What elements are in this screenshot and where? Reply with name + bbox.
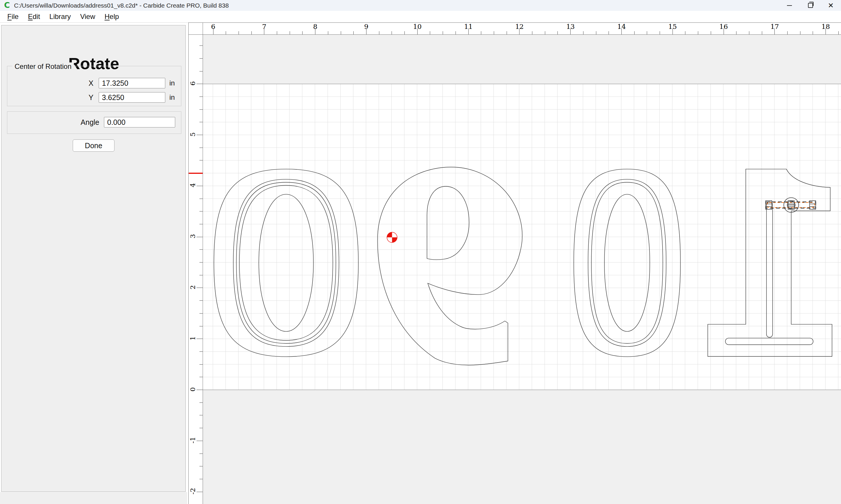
v-ruler-tick [196,492,203,492]
minimize-icon [787,5,792,6]
minimize-button[interactable] [780,0,799,11]
v-ruler-tick [200,428,203,428]
menu-bar: FileEditLibraryViewHelp [0,11,841,23]
h-ruler-tick [583,31,583,35]
h-ruler-label: 8 [310,23,321,30]
menu-item-edit[interactable]: Edit [23,11,45,22]
v-ruler-tick [200,96,203,97]
h-ruler-label: 12 [514,23,525,30]
vertical-ruler: 6543210-1-2 [189,35,203,504]
h-ruler-tick [239,31,239,35]
design-canvas-area: 6789101112131415161718 6543210-1-2 [188,22,841,504]
h-ruler-tick [596,31,596,35]
menu-item-view[interactable]: View [75,11,100,22]
h-ruler-tick [353,31,354,35]
v-ruler-tick [200,211,203,212]
v-ruler-tick [196,237,203,237]
design-canvas[interactable] [203,35,841,504]
v-ruler-label: 1 [189,332,196,344]
restore-button[interactable] [801,0,820,11]
v-ruler-tick [200,249,203,250]
x-label: X [7,79,93,88]
window-title: C:/Users/willa/Downloads/address01_v8.c2… [14,2,229,9]
done-button[interactable]: Done [73,140,115,152]
h-ruler-tick [507,31,507,35]
v-ruler-tick [200,275,203,275]
h-ruler-label: 10 [411,23,423,30]
v-ruler-tick [200,199,203,199]
horizontal-ruler: 6789101112131415161718 [203,23,841,35]
v-ruler-tick [200,453,203,454]
h-ruler-tick [608,31,609,35]
h-ruler-tick [685,31,685,35]
h-ruler-tick [392,31,392,35]
v-ruler-label: 0 [189,383,196,395]
h-ruler-tick [456,31,456,35]
v-ruler-tick [200,122,203,122]
h-ruler-tick [647,31,647,35]
h-ruler-label: 13 [565,23,577,30]
h-ruler-tick [800,31,801,35]
h-ruler-tick [545,31,545,35]
h-ruler-tick [762,31,762,35]
h-ruler-tick [698,31,698,35]
v-ruler-tick [196,135,203,135]
h-ruler-label: 16 [718,23,730,30]
app-logo-icon: C [4,1,10,9]
h-ruler-tick [302,31,303,35]
h-ruler-tick [813,31,813,35]
menu-item-help[interactable]: Help [100,11,123,22]
x-input[interactable] [99,78,165,88]
v-ruler-tick [196,288,203,288]
h-ruler-tick [557,31,558,35]
v-ruler-tick [200,313,203,313]
v-ruler-tick [200,160,203,160]
v-ruler-tick [196,339,203,339]
v-ruler-tick [200,58,203,59]
v-ruler-label: -1 [189,434,196,446]
h-ruler-tick [328,31,328,35]
y-label: Y [7,93,93,102]
x-unit: in [169,79,175,87]
v-ruler-tick [200,415,203,415]
v-ruler-tick [200,466,203,466]
center-of-rotation-legend: Center of Rotation [12,62,74,71]
h-ruler-label: 15 [667,23,679,30]
title-bar: C C:/Users/willa/Downloads/address01_v8.… [0,0,841,11]
menu-item-library[interactable]: Library [45,11,75,22]
h-ruler-tick [532,31,532,35]
angle-input[interactable] [104,117,175,127]
menu-item-file[interactable]: File [3,11,23,22]
h-ruler-tick [481,31,481,35]
h-ruler-tick [226,31,226,35]
v-ruler-tick [200,109,203,110]
h-ruler-tick [430,31,430,35]
v-ruler-label: 3 [189,230,196,242]
h-ruler-label: 17 [769,23,780,30]
h-ruler-tick [634,31,635,35]
v-ruler-tick [196,390,203,390]
h-ruler-label: 9 [360,23,372,30]
h-ruler-tick [277,31,277,35]
angle-group: Angle [7,111,181,134]
v-ruler-tick [200,46,203,46]
v-ruler-tick [196,84,203,84]
h-ruler-tick [443,31,443,35]
y-input[interactable] [99,92,165,103]
h-ruler-tick [787,31,788,35]
rotate-panel: Rotate Center of Rotation X in Y in Angl… [1,25,186,492]
y-unit: in [169,93,175,102]
v-ruler-tick [200,402,203,403]
close-icon: ✕ [828,2,834,9]
h-ruler-tick [749,31,749,35]
v-ruler-label: 2 [189,282,196,293]
v-ruler-label: 6 [189,77,196,89]
v-ruler-tick [200,326,203,326]
v-ruler-tick [200,479,203,479]
h-ruler-label: 11 [463,23,474,30]
v-ruler-label: -2 [189,485,196,497]
v-ruler-tick [200,352,203,352]
h-ruler-tick [838,31,839,35]
restore-icon [808,3,813,8]
close-button[interactable]: ✕ [821,0,840,11]
